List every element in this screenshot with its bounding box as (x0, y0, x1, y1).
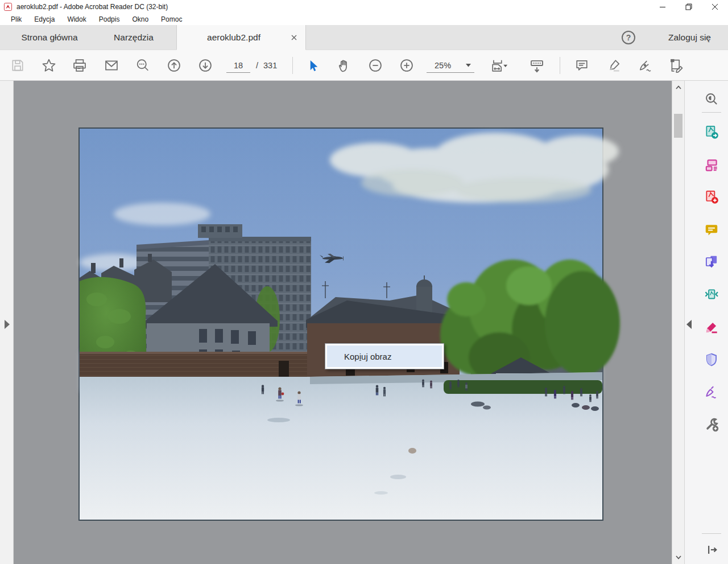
star-icon (41, 57, 57, 73)
scroll-up-icon[interactable] (674, 83, 683, 92)
create-pdf-icon[interactable] (704, 189, 719, 205)
minus-circle-icon (367, 57, 383, 73)
open-tools-pane-icon[interactable] (704, 542, 719, 558)
title-bar: aeroklub2.pdf - Adobe Acrobat Reader DC … (0, 0, 728, 14)
tab-home[interactable]: Strona główna (5, 25, 94, 50)
close-button[interactable] (702, 0, 728, 14)
display-settings-button[interactable] (527, 56, 547, 75)
navigation-pane-strip[interactable] (0, 81, 14, 564)
hand-icon (336, 57, 352, 73)
envelope-icon (104, 57, 119, 73)
email-button[interactable] (102, 56, 121, 75)
tools-pane (684, 81, 728, 564)
tools-pane-divider (702, 533, 721, 534)
search-tools-icon[interactable] (704, 92, 719, 108)
menu-okno[interactable]: Okno (126, 14, 155, 24)
zoom-level-dropdown[interactable]: 25% (427, 58, 474, 73)
restore-button[interactable] (676, 0, 702, 14)
edit-document-icon (668, 57, 684, 73)
fit-width-button[interactable] (485, 56, 511, 75)
menu-pomoc[interactable]: Pomoc (155, 14, 188, 24)
printer-icon (72, 57, 88, 73)
more-tools-icon[interactable] (704, 417, 719, 433)
tab-document[interactable]: aeroklub2.pdf (176, 25, 306, 50)
comment-tool-icon[interactable] (704, 223, 719, 238)
open-navigation-pane-icon[interactable] (5, 320, 10, 329)
page-number-input[interactable]: 18 (226, 58, 250, 73)
tab-tools[interactable]: Narzędzia (100, 25, 167, 50)
main-toolbar: 18 / 331 25% (0, 50, 728, 81)
tab-document-label: aeroklub2.pdf (207, 32, 260, 43)
menu-edycja[interactable]: Edycja (28, 14, 61, 24)
document-area[interactable]: Kopiuj obraz (14, 81, 672, 564)
plus-circle-icon (399, 57, 415, 73)
acrobat-logo-icon (4, 3, 12, 11)
zoom-out-button[interactable] (366, 56, 385, 75)
caret-down-icon (466, 64, 471, 67)
menu-widok[interactable]: Widok (61, 14, 92, 24)
search-icon (135, 57, 151, 73)
save-icon (10, 58, 25, 73)
toolbar-visibility-icon (528, 57, 545, 74)
favorite-button[interactable] (39, 56, 59, 75)
zoom-in-button[interactable] (397, 56, 416, 75)
comment-bubble-icon (574, 57, 590, 73)
tools-pane-divider (702, 112, 721, 113)
toolbar-separator (292, 57, 293, 74)
print-button[interactable] (70, 56, 89, 75)
compress-pdf-icon[interactable] (704, 287, 719, 303)
protect-pdf-icon[interactable] (704, 352, 719, 368)
export-pdf-icon[interactable] (704, 124, 719, 140)
vertical-scrollbar[interactable] (672, 81, 684, 564)
next-page-button[interactable] (196, 56, 215, 75)
window-title: aeroklub2.pdf - Adobe Acrobat Reader DC … (16, 3, 168, 11)
sign-in-button[interactable]: Zaloguj się (668, 32, 711, 43)
scroll-down-icon[interactable] (674, 553, 683, 562)
edit-pdf-icon[interactable] (704, 157, 719, 173)
edit-pdf-toolbar-button[interactable] (667, 56, 686, 75)
copy-image-menu-item[interactable]: Kopiuj obraz (327, 345, 442, 367)
fill-and-sign-icon[interactable] (704, 319, 719, 335)
arrow-up-circle-icon (166, 57, 182, 73)
context-menu: Kopiuj obraz (325, 343, 444, 369)
help-icon[interactable]: ? (622, 31, 635, 44)
highlighter-icon (606, 57, 622, 73)
toolbar-separator (560, 57, 560, 74)
zoom-value: 25% (435, 61, 451, 70)
menu-podpis[interactable]: Podpis (93, 14, 126, 24)
request-signatures-icon[interactable] (704, 384, 719, 400)
collapse-tools-pane-icon[interactable] (686, 320, 692, 329)
tab-close-icon[interactable] (289, 33, 299, 42)
comment-button[interactable] (572, 56, 592, 75)
page-total: 331 (263, 58, 277, 73)
save-button[interactable] (8, 56, 27, 75)
cursor-icon (305, 58, 320, 73)
fountain-pen-icon (637, 57, 653, 73)
acrobat-window: aeroklub2.pdf - Adobe Acrobat Reader DC … (0, 0, 728, 564)
minimize-button[interactable] (650, 0, 676, 14)
find-button[interactable] (133, 56, 152, 75)
previous-page-button[interactable] (164, 56, 184, 75)
menu-plik[interactable]: Plik (5, 14, 28, 24)
photo-apron (80, 372, 602, 520)
sign-button[interactable] (635, 56, 655, 75)
photo-scene (80, 129, 602, 520)
select-tool-button[interactable] (303, 56, 322, 75)
pdf-page-photo[interactable] (78, 127, 603, 521)
tab-bar: Strona główna Narzędzia aeroklub2.pdf ? … (0, 25, 728, 50)
scrollbar-thumb[interactable] (674, 114, 682, 138)
highlight-button[interactable] (605, 56, 624, 75)
page-separator: / (256, 58, 258, 73)
fit-width-icon (490, 57, 507, 74)
arrow-down-circle-icon (197, 57, 213, 73)
workspace: Kopiuj obraz (0, 81, 728, 564)
hand-tool-button[interactable] (334, 56, 354, 75)
combine-files-icon[interactable] (704, 254, 719, 270)
menu-bar: Plik Edycja Widok Podpis Okno Pomoc (0, 14, 728, 25)
